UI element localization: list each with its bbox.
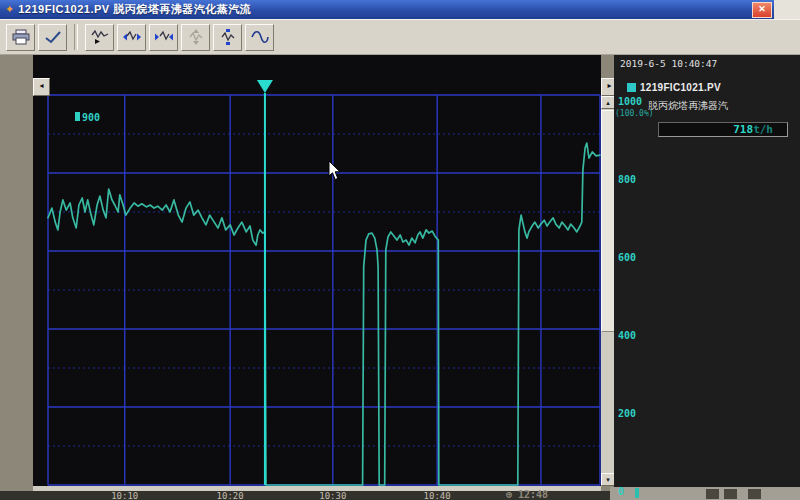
scale-y-auto-button[interactable]: [181, 24, 210, 51]
right-panel: 2019-6-5 10:40:47 1219FIC1021.PV 脱丙烷塔再沸器…: [614, 55, 800, 487]
check-icon: [43, 29, 63, 45]
cursor-readout-mark: [75, 112, 80, 121]
toolbar: [0, 19, 800, 55]
trend-plot[interactable]: [33, 55, 601, 486]
watermark-block: [748, 489, 761, 499]
legend-row: 1219FIC1021.PV: [627, 82, 721, 93]
run-trend-button[interactable]: [85, 24, 114, 51]
close-button[interactable]: ✕: [752, 2, 772, 18]
vertical-scrollbar[interactable]: ▴ ▾: [601, 96, 615, 486]
trend-play-icon: [90, 29, 110, 45]
zoom-x-out-button[interactable]: [149, 24, 178, 51]
wave-arrows-out-icon: [154, 29, 174, 45]
photo-edge: [774, 0, 800, 19]
watermark-time: ⊕ 12:48: [506, 489, 548, 500]
value-unit: t/h: [753, 123, 773, 136]
toolbar-separator: [74, 24, 78, 50]
scale-y-button[interactable]: [213, 24, 242, 51]
tag-name: 1219FIC1021.PV: [640, 82, 721, 93]
cursor-readout: 900: [75, 112, 100, 123]
mouse-pointer-icon: [328, 160, 342, 181]
scroll-left-button[interactable]: ◂: [33, 78, 50, 96]
tag-description: 脱丙烷塔再沸器汽: [648, 99, 798, 113]
value-readout: 718t/h: [658, 122, 788, 137]
x-tick: 10:40: [424, 491, 451, 500]
print-button[interactable]: [6, 24, 35, 51]
title-bar: ✦ 1219FIC1021.PV 脱丙烷塔再沸器汽化蒸汽流: [0, 0, 776, 19]
scroll-up-button[interactable]: ▴: [601, 96, 615, 109]
wave-arrows-icon: [122, 29, 142, 45]
watermark-block: [724, 489, 737, 499]
scroll-down-button[interactable]: ▾: [601, 473, 615, 486]
panel-timestamp: 2019-6-5 10:40:47: [620, 58, 717, 69]
value-number: 718: [733, 123, 753, 136]
zoom-x-in-button[interactable]: [117, 24, 146, 51]
legend-swatch: [627, 83, 636, 92]
x-tick: 10:10: [111, 491, 138, 500]
curve-button[interactable]: [245, 24, 274, 51]
scrollbar-thumb[interactable]: [601, 110, 615, 332]
wave-vertical-disabled-icon: [186, 29, 206, 45]
cursor-marker[interactable]: [257, 80, 273, 93]
printer-icon: [11, 29, 31, 45]
wave-dots-icon: [218, 29, 238, 45]
trend-chart[interactable]: 900: [33, 55, 601, 486]
x-tick: 10:20: [217, 491, 244, 500]
confirm-button[interactable]: [38, 24, 67, 51]
app-icon: ✦: [5, 3, 14, 16]
trend-window: ✦ 1219FIC1021.PV 脱丙烷塔再沸器汽化蒸汽流 ✕: [0, 0, 800, 500]
window-title: 1219FIC1021.PV 脱丙烷塔再沸器汽化蒸汽流: [18, 2, 251, 17]
watermark-mark: [635, 488, 639, 498]
trend-line: [48, 143, 600, 485]
watermark-block: [706, 489, 719, 499]
sine-icon: [250, 29, 270, 45]
x-tick: 10:30: [319, 491, 346, 500]
